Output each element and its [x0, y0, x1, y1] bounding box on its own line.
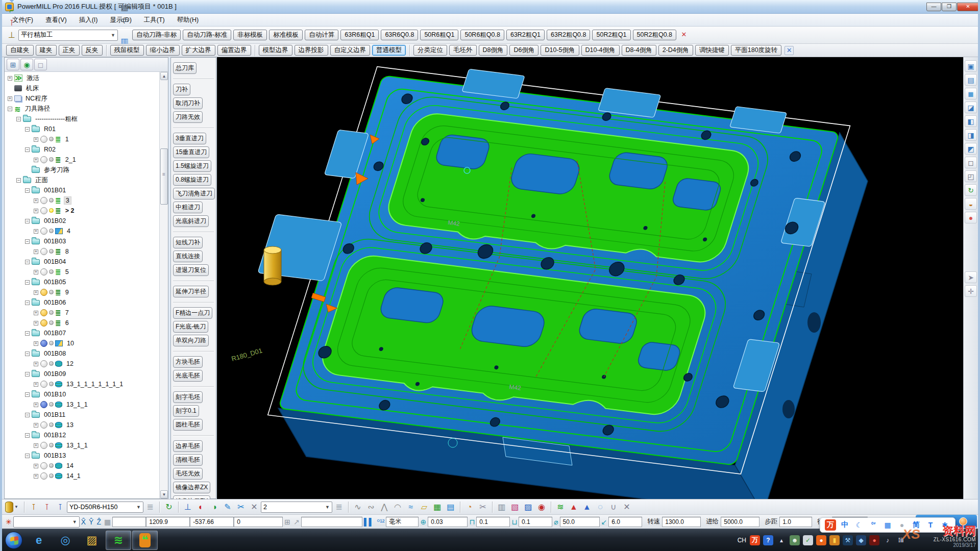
toolbar2-close-icon[interactable]: ✕ [785, 46, 794, 55]
menu-插入(I)[interactable]: 插入(I) [73, 14, 104, 26]
draw-pencil-icon[interactable]: ✎ [222, 501, 234, 513]
clear-icon[interactable]: ✕ [248, 501, 260, 513]
macro-button-0.8螺旋进刀[interactable]: 0.8螺旋进刀 [173, 174, 211, 186]
tree-row[interactable]: +13_1_1 [5, 440, 159, 450]
pattern-green-icon[interactable]: ▦ [431, 501, 444, 513]
gauge-icon[interactable]: ◉ [535, 501, 548, 513]
tree-row[interactable]: −001B03 [5, 236, 159, 246]
tree-row[interactable]: +≣8 [5, 246, 159, 257]
tree-item-label[interactable]: 1 [64, 136, 70, 143]
ime-cn-icon[interactable]: 中 [839, 519, 850, 531]
expand-icon[interactable]: + [34, 311, 38, 315]
toolbar-button-63R2粗Q1[interactable]: 63R2粗Q1 [506, 30, 545, 40]
macro-button-飞刀清角进刀[interactable]: 飞刀清角进刀 [173, 188, 215, 199]
view-iso-icon[interactable]: ◪ [965, 102, 977, 113]
tree-item-label[interactable]: 001B01 [42, 187, 67, 194]
macro-button-刀路无效[interactable]: 刀路无效 [173, 111, 203, 123]
tree-row[interactable]: +13_1_1_1_1_1_1_1 [5, 379, 159, 389]
tree-row[interactable]: −正面 [5, 175, 159, 185]
speed-field[interactable]: 1300.0 [662, 517, 701, 527]
tree-row[interactable]: −--------------粗框 [5, 114, 159, 124]
tree-row[interactable]: +≣2_1 [5, 155, 159, 165]
screen-icon[interactable]: ▭ [118, 14, 131, 26]
minimize-button[interactable]: — [926, 3, 941, 11]
maximize-button[interactable]: ❐ [942, 3, 957, 11]
curve-icon[interactable]: ∿ [352, 501, 364, 513]
toolbar1-close-icon[interactable]: ✕ [679, 31, 689, 40]
cone-blue-icon[interactable]: ▲ [581, 501, 593, 513]
tree-row[interactable]: +14_1 [5, 471, 159, 481]
cursor-icon[interactable]: ➤ [965, 271, 977, 283]
ime-logo-icon[interactable]: 万 [825, 519, 836, 531]
tree-item-label[interactable]: 13_1_1_1_1_1_1_1 [65, 381, 125, 388]
wave-green-icon[interactable]: ≋ [554, 501, 567, 513]
toolbar-button-50R6粗Q0.8[interactable]: 50R6粗Q0.8 [460, 30, 504, 40]
tray-shield-icon[interactable]: ◆ [856, 535, 866, 545]
rotate-edit-icon[interactable]: ↻ [163, 501, 175, 513]
calc-icon[interactable]: ▦ [118, 2, 131, 14]
macro-button-光底斜进刀[interactable]: 光底斜进刀 [173, 215, 209, 227]
tree-row[interactable]: +13_1_1 [5, 399, 159, 410]
cursor-y-field[interactable]: -537.66 [190, 517, 234, 527]
tray-language[interactable]: CH [738, 537, 746, 544]
check-blue-icon[interactable] [40, 401, 47, 408]
table-icon[interactable]: ▤ [445, 501, 457, 513]
check-icon[interactable] [40, 462, 47, 469]
step-field[interactable]: 1.0 [779, 517, 812, 527]
powermill-button[interactable]: ≋ [106, 531, 131, 550]
expand-icon[interactable]: + [8, 76, 12, 81]
collapse-icon[interactable]: − [25, 147, 30, 152]
check-icon[interactable] [40, 228, 47, 235]
collapse-icon[interactable]: − [25, 454, 30, 458]
collapse-icon[interactable]: − [25, 219, 30, 223]
tree-item-label[interactable]: 2_1 [64, 156, 78, 163]
tree-item-label[interactable]: 001B13 [42, 452, 67, 459]
boundary-button-调快捷键[interactable]: 调快捷键 [695, 45, 729, 56]
sim-colors-icon[interactable]: ▧ [509, 501, 521, 513]
toolbar-button-自动计算[interactable]: 自动计算 [305, 30, 338, 40]
bulb-icon[interactable] [49, 473, 54, 478]
boundary-button-D10-5倒角[interactable]: D10-5倒角 [541, 45, 579, 56]
expand-icon[interactable]: + [34, 290, 38, 295]
bulb-icon[interactable] [49, 422, 54, 427]
check-icon[interactable] [40, 360, 47, 367]
tree-row[interactable]: −001B04 [5, 257, 159, 267]
bulb-icon[interactable] [49, 310, 54, 315]
menu-帮助(H)[interactable]: 帮助(H) [171, 14, 205, 26]
bulb-icon[interactable] [49, 229, 54, 233]
menu-查看(V)[interactable]: 查看(V) [39, 14, 73, 26]
layers-stack-icon[interactable]: ≣ [55, 207, 61, 214]
tray-help-icon[interactable]: ? [763, 535, 773, 545]
eraser-icon[interactable]: ◻ [34, 59, 47, 70]
expand-icon[interactable]: + [34, 270, 38, 274]
zoom-window-icon[interactable]: ◰ [965, 170, 977, 182]
macro-button-圆柱毛胚[interactable]: 圆柱毛胚 [173, 419, 203, 431]
macro-button-延伸刀半径[interactable]: 延伸刀半径 [173, 286, 209, 297]
diameter-field[interactable]: 50.0 [560, 517, 600, 527]
collapse-icon[interactable]: − [25, 280, 30, 285]
macro-button-15垂直进刀[interactable]: 15垂直进刀 [173, 146, 209, 158]
cylinder-icon[interactable] [55, 473, 62, 479]
model-icon[interactable]: ◈ [6, 0, 18, 5]
tree-item-label[interactable]: 001B09 [42, 370, 67, 378]
cylinder-icon[interactable] [55, 422, 62, 428]
q-icon[interactable] [40, 319, 47, 327]
cursor-z-field[interactable]: 0 [234, 517, 283, 527]
tree-item-label[interactable]: 3 [64, 196, 71, 205]
bulb-icon[interactable] [49, 249, 54, 254]
tree-item-label[interactable]: 8 [64, 248, 70, 255]
sphere-green-icon[interactable]: ◑ [208, 501, 220, 513]
toolbar-button-63R6Q0.8[interactable]: 63R6Q0.8 [381, 30, 418, 40]
scroll-down-icon[interactable]: ▼ [160, 490, 168, 498]
boundary-button-普通模型[interactable]: 普通模型 [372, 45, 406, 56]
clock-icon[interactable]: ◔ [463, 501, 476, 513]
wechat-button[interactable]: ❝ [132, 531, 158, 550]
toolbar-button-63R6粗Q1[interactable]: 63R6粗Q1 [340, 30, 379, 40]
tray-red-globe-icon[interactable]: ● [869, 535, 879, 545]
macro-button-短线刀补[interactable]: 短线刀补 [173, 237, 203, 248]
tree-item-label[interactable]: 001B12 [42, 432, 67, 439]
tree-row[interactable]: 参考刀路 [5, 165, 159, 175]
graphics-viewport[interactable]: R180_D01 M42 M42 [217, 57, 965, 499]
toolbar-button-50R6粗Q1[interactable]: 50R6粗Q1 [420, 30, 458, 40]
tree-item-label[interactable]: 6 [64, 319, 70, 327]
